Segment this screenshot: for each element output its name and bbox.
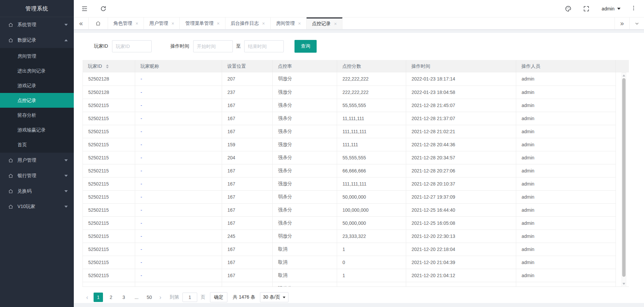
table-row: 52502115-167取消12021-12-20 22:18:04admin — [83, 243, 616, 256]
sidebar-subitem-label: 首页 — [17, 142, 27, 147]
table-header-row: 玩家ID 玩家昵称 设置位置 点控率 点控分数 操作时间 操作人员 — [83, 60, 629, 72]
scrollbar-thumb[interactable] — [622, 78, 626, 277]
prev-page-button[interactable]: ‹ — [83, 293, 92, 302]
table-cell: 强杀分 — [273, 99, 337, 112]
theme-palette-icon[interactable] — [565, 5, 572, 12]
table-cell: 弱放分 — [273, 72, 337, 86]
tab[interactable]: 角色管理 × — [108, 17, 144, 29]
scroll-down-arrow-icon[interactable] — [622, 282, 626, 286]
home-icon — [8, 38, 13, 43]
user-menu[interactable]: admin — [602, 6, 621, 11]
sidebar-group[interactable]: 用户管理 — [0, 153, 74, 168]
sidebar-group[interactable]: 数据记录 — [0, 33, 74, 48]
table-cell: admin — [516, 177, 616, 190]
table-cell: 2021-12-20 22:18:04 — [406, 243, 516, 256]
table-cell: 2021-12-27 19:37:09 — [406, 190, 516, 203]
player-nickname-link[interactable]: - — [141, 286, 142, 287]
sidebar-subitem[interactable]: 点控记录 — [0, 93, 74, 108]
tab-label: 后台操作日志 — [231, 20, 259, 27]
player-nickname-link[interactable]: - — [141, 207, 142, 213]
page-number-button[interactable]: 3 — [119, 293, 128, 302]
sidebar-group-label: 银行管理 — [17, 173, 64, 179]
tab[interactable]: 用户管理 × — [144, 17, 180, 29]
page-number-button[interactable]: 1 — [94, 293, 103, 302]
sidebar-group[interactable]: 兑换码 — [0, 184, 74, 199]
kebab-menu-icon[interactable] — [631, 5, 637, 12]
table-cell: - — [135, 269, 222, 282]
table-cell: 167 — [222, 203, 273, 216]
tabs-menu-button[interactable] — [629, 17, 644, 29]
close-icon[interactable]: × — [171, 21, 174, 26]
header-filler-cell — [615, 60, 629, 72]
player-nickname-link[interactable]: - — [141, 234, 142, 239]
sidebar-subitem[interactable]: 房间管理 — [0, 49, 74, 63]
player-nickname-link[interactable]: - — [141, 194, 142, 200]
player-nickname-link[interactable]: - — [141, 168, 142, 173]
sidebar-subitem[interactable]: 游戏输赢记录 — [0, 122, 74, 137]
player-nickname-link[interactable]: - — [141, 129, 142, 134]
sidebar-subitem[interactable]: 游戏记录 — [0, 78, 74, 93]
goto-page-input[interactable] — [182, 293, 197, 302]
player-nickname-link[interactable]: - — [141, 90, 142, 95]
player-nickname-link[interactable]: - — [141, 103, 142, 108]
player-nickname-link[interactable]: - — [141, 181, 142, 187]
close-icon[interactable]: × — [217, 21, 219, 26]
sort-icon[interactable] — [106, 64, 109, 68]
tab[interactable]: 点控记录 × — [307, 17, 342, 29]
page-number-button[interactable]: 2 — [106, 293, 116, 302]
chevron-icon — [64, 190, 68, 192]
sidebar-subitem-label: 房间管理 — [17, 53, 36, 59]
player-nickname-link[interactable]: - — [141, 155, 142, 160]
sidebar-group[interactable]: V10玩家 — [0, 199, 74, 214]
collapse-sidebar-icon[interactable] — [81, 5, 88, 12]
confirm-button[interactable]: 确定 — [210, 292, 227, 302]
column-header: 操作人员 — [516, 60, 615, 72]
close-icon[interactable]: × — [262, 21, 265, 26]
table-cell: - — [135, 216, 222, 229]
sidebar-subitem-label: 游戏记录 — [17, 83, 36, 88]
player-nickname-link[interactable]: - — [141, 116, 142, 121]
sidebar-subitem[interactable]: 留存分析 — [0, 108, 74, 122]
table-cell: - — [135, 256, 222, 269]
tab[interactable]: 房间管理 × — [271, 17, 307, 29]
fullscreen-icon[interactable] — [583, 5, 590, 12]
start-time-input[interactable] — [193, 40, 233, 52]
close-icon[interactable]: × — [136, 21, 138, 26]
table-cell: 强放分 — [273, 177, 337, 190]
player-nickname-link[interactable]: - — [141, 142, 142, 147]
tabbar: « 角色管理 × 用户管理 × 管理菜单管理 × 后台操作日志 × 房间管理 ×… — [74, 17, 644, 30]
refresh-icon[interactable] — [100, 5, 107, 12]
sidebar-group[interactable]: 系统管理 — [0, 17, 74, 33]
page-number-button[interactable]: 50 — [145, 293, 154, 302]
page-size-select[interactable]: 30 条/页 — [260, 292, 288, 302]
table-cell: 50,000,000 — [337, 190, 406, 203]
table-cell: 167 — [222, 269, 273, 282]
player-nickname-link[interactable]: - — [141, 247, 142, 252]
player-nickname-link[interactable]: - — [141, 260, 142, 265]
table-cell: 52502115 — [83, 203, 135, 216]
table-row: 52502115-167强杀分55,555,5552021-12-28 21:4… — [83, 99, 616, 112]
tab[interactable]: 后台操作日志 × — [225, 17, 271, 29]
player-nickname-link[interactable]: - — [141, 273, 142, 278]
sidebar-subitem[interactable]: 首页 — [0, 137, 74, 152]
table-row: 52502115-159强放分111,1112021-12-28 20:44:3… — [83, 138, 616, 151]
player-nickname-link[interactable]: - — [141, 220, 142, 226]
tabs-scroll-right-button[interactable]: » — [614, 17, 629, 29]
close-icon[interactable]: × — [298, 21, 301, 26]
scroll-up-arrow-icon[interactable] — [622, 73, 626, 78]
tab[interactable]: 管理菜单管理 × — [180, 17, 225, 29]
end-time-input[interactable] — [244, 40, 284, 52]
next-page-button[interactable]: › — [156, 293, 165, 302]
sidebar-group[interactable]: 银行管理 — [0, 168, 74, 184]
player-id-input[interactable] — [112, 40, 152, 52]
home-tab[interactable] — [89, 17, 108, 29]
page: 管理系统 系统管理 数据记录 房间管理 进出房间记录 游戏记录 点控记录 留存分… — [0, 0, 644, 307]
player-nickname-link[interactable]: - — [141, 76, 142, 82]
tabs-scroll-left-button[interactable]: « — [74, 17, 89, 29]
sidebar-subitem[interactable]: 进出房间记录 — [0, 63, 74, 78]
close-icon[interactable]: × — [334, 21, 337, 27]
table-cell: 2022-01-23 18:17:14 — [406, 72, 516, 86]
search-button[interactable]: 查询 — [294, 40, 317, 53]
table-cell: 取消 — [273, 256, 337, 269]
table-row: 52502115-204强杀分55,555,5552021-12-28 20:3… — [83, 151, 616, 164]
